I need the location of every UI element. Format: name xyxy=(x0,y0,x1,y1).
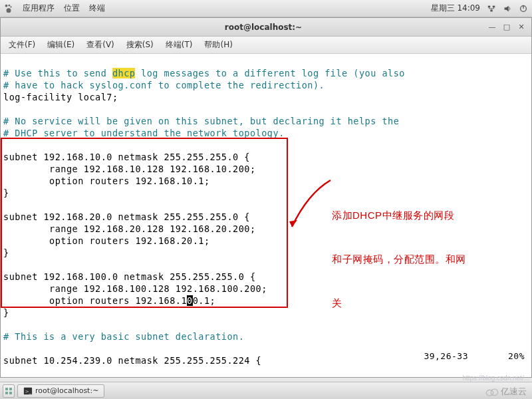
menu-terminal[interactable]: 终端(T) xyxy=(160,38,198,52)
text-line: # No service will be given on this subne… xyxy=(3,116,399,126)
text-line: range 192.168.100.128 192.168.100.200; xyxy=(3,283,267,294)
gnome-foot-icon xyxy=(4,4,13,13)
svg-point-16 xyxy=(491,389,498,396)
menu-help[interactable]: 帮助(H) xyxy=(199,38,237,52)
gnome-bottom-panel: >_ root@localhost:~ 亿速云 xyxy=(0,382,532,399)
svg-point-1 xyxy=(8,4,10,6)
logo-text: 亿速云 xyxy=(501,386,527,398)
terminal-content[interactable]: # Use this to send dhcp log messages to … xyxy=(1,54,531,377)
volume-icon[interactable] xyxy=(503,4,512,13)
text-line: log-facility local7; xyxy=(3,92,118,102)
svg-rect-4 xyxy=(488,5,491,7)
logo-watermark: 亿速云 xyxy=(485,386,527,398)
text-line: # DHCP server to understand the network … xyxy=(3,128,285,138)
clock[interactable]: 星期三 14:09 xyxy=(431,3,480,14)
taskbar-item-label: root@localhost:~ xyxy=(35,386,98,395)
network-icon[interactable] xyxy=(487,4,496,13)
window-title: root@localhost:~ xyxy=(41,23,486,32)
search-highlight: dhcp xyxy=(112,68,136,78)
menu-file[interactable]: 文件(F) xyxy=(3,38,41,52)
svg-rect-6 xyxy=(490,9,493,11)
svg-rect-11 xyxy=(5,392,8,394)
file-percent: 20% xyxy=(508,350,525,362)
svg-point-2 xyxy=(10,6,11,7)
svg-rect-12 xyxy=(9,392,12,394)
minimize-button[interactable]: — xyxy=(486,22,498,33)
window-titlebar[interactable]: root@localhost:~ — □ ✕ xyxy=(1,18,531,37)
close-button[interactable]: ✕ xyxy=(515,22,527,33)
annotation-line: 和子网掩码，分配范围。和网 xyxy=(332,252,471,267)
taskbar-item-terminal[interactable]: >_ root@localhost:~ xyxy=(17,384,104,398)
menu-view[interactable]: 查看(V) xyxy=(81,38,120,52)
svg-text:>_: >_ xyxy=(25,388,32,394)
text-line: 0.1; xyxy=(193,295,216,306)
terminal-window: root@localhost:~ — □ ✕ 文件(F) 编辑(E) 查看(V)… xyxy=(0,17,532,378)
terminal-icon: >_ xyxy=(23,386,33,396)
annotation-text: 添加DHCP中继服务的网段 和子网掩码，分配范围。和网 关 xyxy=(332,179,471,340)
text-line: # have to hack syslog.conf to complete t… xyxy=(3,80,325,90)
cursor: 0 xyxy=(187,295,193,306)
show-desktop-button[interactable] xyxy=(3,384,15,398)
text-line: } xyxy=(3,247,9,258)
text-line: subnet 10.254.239.0 netmask 255.255.255.… xyxy=(3,355,261,366)
svg-rect-10 xyxy=(9,388,12,390)
vim-status-line: 39,26-33 20% xyxy=(424,350,525,362)
annotation-line: 添加DHCP中继服务的网段 xyxy=(332,208,471,223)
cursor-position: 39,26-33 xyxy=(424,350,468,362)
annotation-line: 关 xyxy=(332,296,471,311)
power-icon[interactable] xyxy=(519,4,528,13)
text-line: subnet 192.168.10.0 netmask 255.255.255.… xyxy=(3,152,250,162)
text-line: # This is a very basic subnet declaratio… xyxy=(3,331,244,342)
apps-menu[interactable]: 应用程序 xyxy=(23,3,55,14)
terminal-launcher[interactable]: 终端 xyxy=(89,3,105,14)
text-line: } xyxy=(3,307,9,318)
places-menu[interactable]: 位置 xyxy=(64,3,80,14)
text-line: range 192.168.20.128 192.168.20.200; xyxy=(3,223,256,234)
gnome-top-panel: 应用程序 位置 终端 星期三 14:09 xyxy=(0,0,532,17)
text-line: subnet 192.168.100.0 netmask 255.255.255… xyxy=(3,271,256,282)
svg-rect-5 xyxy=(493,5,495,7)
text-line: subnet 192.168.20.0 netmask 255.255.255.… xyxy=(3,211,250,222)
text-line: option routers 192.168.20.1; xyxy=(3,235,210,246)
text-line: range 192.168.10.128 192.168.10.200; xyxy=(3,164,256,174)
menu-search[interactable]: 搜索(S) xyxy=(121,38,159,52)
text-line: option routers 192.168.10.1; xyxy=(3,176,210,186)
svg-point-0 xyxy=(5,4,8,7)
text-line: option routers 192.168.1 xyxy=(3,295,187,306)
blog-watermark: https://blog.csdn.net/... xyxy=(462,374,529,382)
menubar: 文件(F) 编辑(E) 查看(V) 搜索(S) 终端(T) 帮助(H) xyxy=(1,37,531,54)
annotation-arrow xyxy=(288,174,334,240)
menu-edit[interactable]: 编辑(E) xyxy=(42,38,80,52)
maximize-button[interactable]: □ xyxy=(501,22,513,33)
text-line: log messages to a different log file (yo… xyxy=(135,68,405,78)
text-line: # Use this to send xyxy=(3,68,112,78)
svg-rect-9 xyxy=(5,388,8,390)
svg-point-3 xyxy=(7,8,11,13)
text-line: } xyxy=(3,188,9,198)
